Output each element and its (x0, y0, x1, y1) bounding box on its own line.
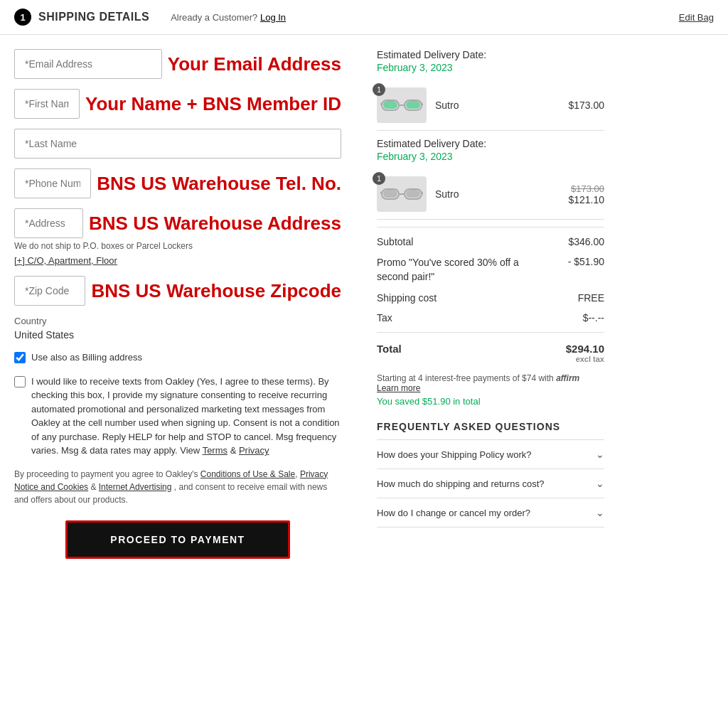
excl-tax: excl tax (566, 355, 604, 363)
conditions-link[interactable]: Conditions of Use & Sale (200, 469, 295, 479)
item2-price: $173.00 $121.10 (568, 183, 604, 205)
phone-annotation: BNS US Warehouse Tel. No. (97, 173, 341, 195)
address-group: BNS US Warehouse Address We do not ship … (14, 208, 341, 266)
total-label: Total (377, 343, 402, 363)
faq-item-2[interactable]: How much do shipping and returns cost? ⌄ (377, 469, 604, 498)
item2-price-discounted: $121.10 (568, 194, 604, 205)
item1-badge: 1 (373, 83, 385, 96)
affirm-brand: affirm (556, 373, 579, 383)
chevron-down-icon-3: ⌄ (596, 507, 604, 518)
header-step: 1 SHIPPING DETAILS Already a Customer? L… (14, 9, 286, 26)
name-annotation: Your Name + BNS Member ID (85, 93, 341, 115)
country-label: Country (14, 316, 341, 326)
faq-question-3: How do I change or cancel my order? (377, 508, 530, 518)
item1-delivery-date: February 3, 2023 (377, 62, 604, 73)
svg-rect-10 (406, 190, 420, 198)
main-content: Your Email Address Your Name + BNS Membe… (0, 35, 728, 573)
zip-input[interactable] (14, 276, 85, 306)
item2-delivery-label: Estimated Delivery Date: (377, 138, 604, 149)
sms-checkbox[interactable] (14, 376, 26, 387)
proceed-btn-wrapper: PROCEED TO PAYMENT (14, 520, 341, 559)
faq-item-3[interactable]: How do I change or cancel my order? ⌄ (377, 498, 604, 528)
zip-annotation: BNS US Warehouse Zipcode (91, 280, 341, 302)
login-link[interactable]: Log In (260, 12, 286, 23)
page-title: SHIPPING DETAILS (38, 11, 149, 23)
faq-question-2: How much do shipping and returns cost? (377, 478, 545, 489)
total-right: $294.10 excl tax (566, 343, 604, 363)
address-note: We do not ship to P.O. boxes or Parcel L… (14, 241, 341, 251)
svg-rect-9 (383, 190, 397, 198)
address-annotation: BNS US Warehouse Address (89, 213, 341, 235)
address-input[interactable] (14, 208, 83, 238)
shipping-form: Your Email Address Your Name + BNS Membe… (14, 49, 341, 559)
shipping-label: Shipping cost (377, 292, 437, 304)
header: 1 SHIPPING DETAILS Already a Customer? L… (0, 0, 728, 35)
promo-value: - $51.90 (568, 256, 604, 284)
last-name-group (14, 129, 341, 159)
item2-delivery-date: February 3, 2023 (377, 151, 604, 162)
last-name-input[interactable] (14, 129, 341, 159)
shipping-row: Shipping cost FREE (377, 288, 604, 308)
country-group: Country United States (14, 316, 341, 341)
billing-checkbox-label: Use also as Billing address (31, 350, 142, 365)
phone-group: BNS US Warehouse Tel. No. (14, 168, 341, 198)
item1-price: $173.00 (568, 100, 604, 111)
edit-bag-link[interactable]: Edit Bag (679, 12, 714, 23)
faq-title: FREQUENTLY ASKED QUESTIONS (377, 421, 604, 432)
total-value: $294.10 (566, 343, 604, 355)
tax-row: Tax $--.-- (377, 308, 604, 328)
order-item-2: 1 Sutro $173.00 $121.10 (377, 169, 604, 220)
subtotal-row: Subtotal $346.00 (377, 232, 604, 252)
learn-more-link[interactable]: Learn more (377, 383, 420, 393)
item1-name: Sutro (435, 100, 560, 111)
divider-1 (377, 227, 604, 228)
faq-item-1[interactable]: How does your Shipping Policy work? ⌄ (377, 439, 604, 469)
sms-checkbox-label: I would like to receive texts from Oakle… (31, 375, 341, 458)
first-name-input[interactable] (14, 89, 80, 119)
sms-checkbox-row: I would like to receive texts from Oakle… (14, 375, 341, 458)
item2-price-original: $173.00 (568, 183, 604, 194)
zip-group: BNS US Warehouse Zipcode (14, 276, 341, 306)
country-value: United States (14, 329, 341, 341)
phone-input[interactable] (14, 168, 91, 198)
order-item-1: 1 Sutro $173.00 (377, 80, 604, 131)
item1-delivery-label: Estimated Delivery Date: (377, 49, 604, 60)
item1-delivery-section: Estimated Delivery Date: February 3, 202… (377, 49, 604, 131)
tax-label: Tax (377, 312, 392, 323)
savings-text: You saved $51.90 in total (377, 396, 604, 407)
billing-checkbox[interactable] (14, 352, 26, 363)
item2-badge: 1 (373, 172, 385, 185)
proceed-to-payment-button[interactable]: PROCEED TO PAYMENT (65, 520, 289, 559)
divider-2 (377, 332, 604, 333)
shipping-value: FREE (578, 292, 604, 304)
first-name-group: Your Name + BNS Member ID (14, 89, 341, 119)
gray-glasses-icon (380, 182, 423, 207)
tax-value: $--.-- (583, 312, 604, 323)
internet-advertising-link[interactable]: Internet Advertising (99, 482, 172, 492)
faq-question-1: How does your Shipping Policy work? (377, 449, 532, 460)
subtotal-value: $346.00 (568, 236, 604, 247)
email-annotation: Your Email Address (168, 53, 341, 75)
svg-rect-3 (406, 101, 420, 109)
order-summary: Estimated Delivery Date: February 3, 202… (363, 49, 604, 559)
privacy-link[interactable]: Privacy (239, 445, 269, 456)
billing-checkbox-row: Use also as Billing address (14, 350, 341, 365)
terms-text: By proceeding to payment you agree to Oa… (14, 468, 341, 506)
item2-delivery-section: Estimated Delivery Date: February 3, 202… (377, 138, 604, 220)
email-input[interactable] (14, 49, 162, 79)
page-wrapper: 1 SHIPPING DETAILS Already a Customer? L… (0, 0, 728, 701)
item1-image-wrap: 1 (377, 87, 427, 123)
chevron-down-icon-2: ⌄ (596, 478, 604, 489)
already-customer-text: Already a Customer? Log In (171, 12, 286, 23)
apartment-link[interactable]: [+] C/O, Apartment, Floor (14, 255, 341, 266)
promo-row: Promo "You've scored 30% off a second pa… (377, 252, 604, 288)
svg-rect-2 (383, 101, 397, 109)
promo-label: Promo "You've scored 30% off a second pa… (377, 256, 519, 284)
item2-name: Sutro (435, 188, 560, 200)
affirm-text: Starting at 4 interest-free payments of … (377, 373, 604, 393)
total-row: Total $294.10 excl tax (377, 337, 604, 369)
terms-link[interactable]: Terms (203, 445, 228, 456)
subtotal-label: Subtotal (377, 236, 413, 247)
green-glasses-icon (380, 93, 423, 118)
item2-image-wrap: 1 (377, 176, 427, 212)
